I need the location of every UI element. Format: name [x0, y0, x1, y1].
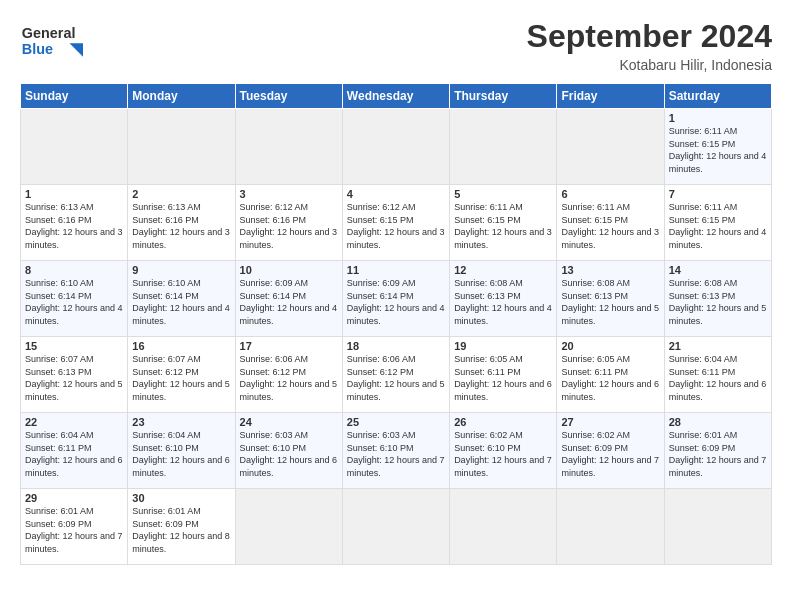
calendar-cell: [450, 109, 557, 185]
cell-info: Sunrise: 6:09 AMSunset: 6:14 PMDaylight:…: [347, 278, 445, 326]
calendar-cell: [128, 109, 235, 185]
cell-info: Sunrise: 6:03 AMSunset: 6:10 PMDaylight:…: [240, 430, 338, 478]
calendar-cell: [557, 109, 664, 185]
day-header-tuesday: Tuesday: [235, 84, 342, 109]
calendar-cell: [235, 109, 342, 185]
calendar-cell: 22Sunrise: 6:04 AMSunset: 6:11 PMDayligh…: [21, 413, 128, 489]
calendar-cell: 9Sunrise: 6:10 AMSunset: 6:14 PMDaylight…: [128, 261, 235, 337]
cell-info: Sunrise: 6:04 AMSunset: 6:10 PMDaylight:…: [132, 430, 230, 478]
calendar-cell: 7Sunrise: 6:11 AMSunset: 6:15 PMDaylight…: [664, 185, 771, 261]
day-number: 19: [454, 340, 552, 352]
calendar-cell: 28Sunrise: 6:01 AMSunset: 6:09 PMDayligh…: [664, 413, 771, 489]
logo-svg: General Blue: [20, 18, 110, 63]
day-number: 27: [561, 416, 659, 428]
day-number: 17: [240, 340, 338, 352]
day-number: 10: [240, 264, 338, 276]
day-header-saturday: Saturday: [664, 84, 771, 109]
calendar-week-3: 15Sunrise: 6:07 AMSunset: 6:13 PMDayligh…: [21, 337, 772, 413]
day-header-sunday: Sunday: [21, 84, 128, 109]
calendar-cell: 15Sunrise: 6:07 AMSunset: 6:13 PMDayligh…: [21, 337, 128, 413]
month-title: September 2024: [527, 18, 772, 55]
day-number: 16: [132, 340, 230, 352]
calendar-cell: 6Sunrise: 6:11 AMSunset: 6:15 PMDaylight…: [557, 185, 664, 261]
cell-info: Sunrise: 6:01 AMSunset: 6:09 PMDaylight:…: [25, 506, 123, 554]
calendar-cell: 13Sunrise: 6:08 AMSunset: 6:13 PMDayligh…: [557, 261, 664, 337]
cell-info: Sunrise: 6:06 AMSunset: 6:12 PMDaylight:…: [347, 354, 445, 402]
day-number: 29: [25, 492, 123, 504]
calendar-table: SundayMondayTuesdayWednesdayThursdayFrid…: [20, 83, 772, 565]
calendar-cell: 12Sunrise: 6:08 AMSunset: 6:13 PMDayligh…: [450, 261, 557, 337]
calendar-cell: 17Sunrise: 6:06 AMSunset: 6:12 PMDayligh…: [235, 337, 342, 413]
calendar-cell: 27Sunrise: 6:02 AMSunset: 6:09 PMDayligh…: [557, 413, 664, 489]
calendar-cell: [21, 109, 128, 185]
cell-info: Sunrise: 6:11 AMSunset: 6:15 PMDaylight:…: [561, 202, 659, 250]
logo: General Blue: [20, 18, 110, 63]
calendar-week-0: 1Sunrise: 6:11 AMSunset: 6:15 PMDaylight…: [21, 109, 772, 185]
cell-info: Sunrise: 6:08 AMSunset: 6:13 PMDaylight:…: [561, 278, 659, 326]
calendar-cell: [342, 109, 449, 185]
calendar-cell: 25Sunrise: 6:03 AMSunset: 6:10 PMDayligh…: [342, 413, 449, 489]
calendar-cell: 14Sunrise: 6:08 AMSunset: 6:13 PMDayligh…: [664, 261, 771, 337]
calendar-week-5: 29Sunrise: 6:01 AMSunset: 6:09 PMDayligh…: [21, 489, 772, 565]
day-header-thursday: Thursday: [450, 84, 557, 109]
calendar-cell: 19Sunrise: 6:05 AMSunset: 6:11 PMDayligh…: [450, 337, 557, 413]
day-number: 20: [561, 340, 659, 352]
svg-text:General: General: [22, 25, 76, 41]
calendar-week-4: 22Sunrise: 6:04 AMSunset: 6:11 PMDayligh…: [21, 413, 772, 489]
page: General Blue September 2024 Kotabaru Hil…: [0, 0, 792, 612]
day-number: 1: [669, 112, 767, 124]
cell-info: Sunrise: 6:12 AMSunset: 6:16 PMDaylight:…: [240, 202, 338, 250]
calendar-cell: 29Sunrise: 6:01 AMSunset: 6:09 PMDayligh…: [21, 489, 128, 565]
cell-info: Sunrise: 6:01 AMSunset: 6:09 PMDaylight:…: [132, 506, 230, 554]
cell-info: Sunrise: 6:08 AMSunset: 6:13 PMDaylight:…: [669, 278, 767, 326]
title-block: September 2024 Kotabaru Hilir, Indonesia: [527, 18, 772, 73]
day-number: 15: [25, 340, 123, 352]
calendar-cell: 2Sunrise: 6:13 AMSunset: 6:16 PMDaylight…: [128, 185, 235, 261]
day-number: 2: [132, 188, 230, 200]
day-header-friday: Friday: [557, 84, 664, 109]
cell-info: Sunrise: 6:06 AMSunset: 6:12 PMDaylight:…: [240, 354, 338, 402]
cell-info: Sunrise: 6:11 AMSunset: 6:15 PMDaylight:…: [669, 202, 767, 250]
cell-info: Sunrise: 6:12 AMSunset: 6:15 PMDaylight:…: [347, 202, 445, 250]
calendar-cell: [450, 489, 557, 565]
calendar-cell: [342, 489, 449, 565]
day-number: 8: [25, 264, 123, 276]
calendar-cell: 18Sunrise: 6:06 AMSunset: 6:12 PMDayligh…: [342, 337, 449, 413]
day-number: 5: [454, 188, 552, 200]
calendar-cell: 10Sunrise: 6:09 AMSunset: 6:14 PMDayligh…: [235, 261, 342, 337]
calendar-cell: 3Sunrise: 6:12 AMSunset: 6:16 PMDaylight…: [235, 185, 342, 261]
day-header-wednesday: Wednesday: [342, 84, 449, 109]
cell-info: Sunrise: 6:13 AMSunset: 6:16 PMDaylight:…: [132, 202, 230, 250]
calendar-week-2: 8Sunrise: 6:10 AMSunset: 6:14 PMDaylight…: [21, 261, 772, 337]
cell-info: Sunrise: 6:09 AMSunset: 6:14 PMDaylight:…: [240, 278, 338, 326]
cell-info: Sunrise: 6:07 AMSunset: 6:12 PMDaylight:…: [132, 354, 230, 402]
day-number: 28: [669, 416, 767, 428]
cell-info: Sunrise: 6:02 AMSunset: 6:09 PMDaylight:…: [561, 430, 659, 478]
calendar-header-row: SundayMondayTuesdayWednesdayThursdayFrid…: [21, 84, 772, 109]
day-header-monday: Monday: [128, 84, 235, 109]
svg-text:Blue: Blue: [22, 41, 53, 57]
calendar-cell: 21Sunrise: 6:04 AMSunset: 6:11 PMDayligh…: [664, 337, 771, 413]
cell-info: Sunrise: 6:13 AMSunset: 6:16 PMDaylight:…: [25, 202, 123, 250]
calendar-cell: 4Sunrise: 6:12 AMSunset: 6:15 PMDaylight…: [342, 185, 449, 261]
cell-info: Sunrise: 6:08 AMSunset: 6:13 PMDaylight:…: [454, 278, 552, 326]
header: General Blue September 2024 Kotabaru Hil…: [20, 18, 772, 73]
cell-info: Sunrise: 6:03 AMSunset: 6:10 PMDaylight:…: [347, 430, 445, 478]
cell-info: Sunrise: 6:11 AMSunset: 6:15 PMDaylight:…: [669, 126, 767, 174]
svg-marker-2: [70, 43, 84, 57]
calendar-cell: [557, 489, 664, 565]
calendar-cell: 24Sunrise: 6:03 AMSunset: 6:10 PMDayligh…: [235, 413, 342, 489]
day-number: 22: [25, 416, 123, 428]
calendar-cell: [235, 489, 342, 565]
day-number: 4: [347, 188, 445, 200]
cell-info: Sunrise: 6:10 AMSunset: 6:14 PMDaylight:…: [132, 278, 230, 326]
cell-info: Sunrise: 6:04 AMSunset: 6:11 PMDaylight:…: [25, 430, 123, 478]
calendar-week-1: 1Sunrise: 6:13 AMSunset: 6:16 PMDaylight…: [21, 185, 772, 261]
day-number: 18: [347, 340, 445, 352]
day-number: 26: [454, 416, 552, 428]
cell-info: Sunrise: 6:04 AMSunset: 6:11 PMDaylight:…: [669, 354, 767, 402]
calendar-cell: [664, 489, 771, 565]
day-number: 24: [240, 416, 338, 428]
day-number: 23: [132, 416, 230, 428]
calendar-cell: 23Sunrise: 6:04 AMSunset: 6:10 PMDayligh…: [128, 413, 235, 489]
